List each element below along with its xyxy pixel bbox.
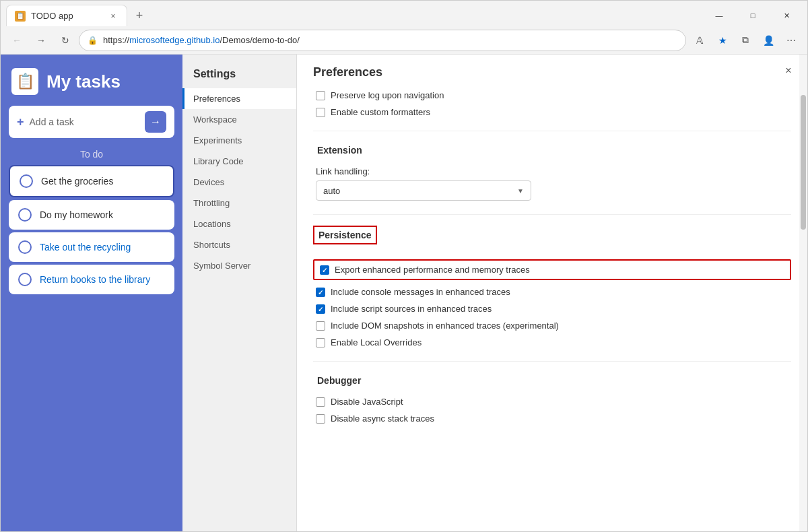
export-traces-label: Export enhanced performance and memory t… xyxy=(335,265,530,275)
read-aloud-button[interactable]: 𝔸 xyxy=(689,30,710,51)
dom-snapshots-checkbox[interactable] xyxy=(316,321,325,331)
list-item[interactable]: Return books to the library xyxy=(9,265,174,294)
add-task-plus-icon: + xyxy=(17,115,24,129)
address-pre: https:// xyxy=(103,35,129,45)
scrollbar-track[interactable] xyxy=(799,55,807,531)
list-item[interactable]: Do my homework xyxy=(9,200,174,230)
local-overrides-label: Enable Local Overrides xyxy=(331,337,422,347)
local-overrides-checkbox[interactable] xyxy=(316,338,325,347)
task-checkbox-icon[interactable] xyxy=(18,273,32,286)
maximize-button[interactable]: □ xyxy=(737,5,768,26)
script-sources-row: Include script sources in enhanced trace… xyxy=(313,304,791,314)
address-domain: microsoftedge.github.io xyxy=(129,35,220,45)
link-handling-value: auto xyxy=(323,186,340,196)
browser-tab[interactable]: TODO app × xyxy=(6,5,127,26)
title-bar: TODO app × + — □ ✕ xyxy=(1,1,807,26)
list-item[interactable]: Get the groceries xyxy=(9,165,174,197)
disable-js-checkbox[interactable] xyxy=(316,397,325,407)
browser-content: 📋 My tasks + Add a task → To do Get the … xyxy=(1,55,807,531)
disable-async-row: Disable async stack traces xyxy=(313,413,791,424)
debugger-section: Debugger Disable JavaScript Disable asyn… xyxy=(313,372,791,424)
sidebar-item-experiments[interactable]: Experiments xyxy=(182,130,296,151)
disable-async-label: Disable async stack traces xyxy=(331,413,434,424)
sidebar-item-locations[interactable]: Locations xyxy=(182,213,296,234)
todo-sidebar: 📋 My tasks + Add a task → To do Get the … xyxy=(1,55,182,531)
script-sources-checkbox[interactable] xyxy=(316,304,325,314)
todo-header: 📋 My tasks xyxy=(1,55,182,106)
address-path: /Demos/demo-to-do/ xyxy=(220,35,300,45)
profile-button[interactable]: 👤 xyxy=(758,30,779,51)
custom-formatters-checkbox[interactable] xyxy=(316,108,325,117)
extension-section: Extension Link handling: auto ▼ xyxy=(313,142,791,201)
tab-favicon xyxy=(15,11,26,22)
add-task-bar[interactable]: + Add a task → xyxy=(9,106,174,138)
add-task-submit-button[interactable]: → xyxy=(145,111,166,133)
sidebar-item-symbol-server[interactable]: Symbol Server xyxy=(182,255,296,276)
export-traces-checkbox[interactable] xyxy=(320,265,329,275)
task-checkbox-icon[interactable] xyxy=(18,240,32,254)
link-handling-row: Link handling: auto ▼ xyxy=(313,166,791,201)
task-list: Get the groceries Do my homework Take ou… xyxy=(1,165,182,294)
address-bar[interactable]: 🔒 https://microsoftedge.github.io/Demos/… xyxy=(79,30,686,51)
reload-button[interactable]: ↻ xyxy=(55,30,76,51)
sidebar-item-devices[interactable]: Devices xyxy=(182,172,296,193)
script-sources-label: Include script sources in enhanced trace… xyxy=(331,304,492,314)
task-checkbox-icon[interactable] xyxy=(18,208,32,222)
tab-close-button[interactable]: × xyxy=(108,11,119,22)
divider-3 xyxy=(313,361,791,362)
task-checkbox-icon[interactable] xyxy=(20,174,33,188)
tab-title: TODO app xyxy=(31,11,102,21)
close-button[interactable]: ✕ xyxy=(771,5,802,26)
scrollbar-thumb[interactable] xyxy=(801,95,806,230)
divider-1 xyxy=(313,131,791,131)
window-controls: — □ ✕ xyxy=(704,5,802,26)
sidebar-item-preferences[interactable]: Preferences xyxy=(182,88,296,109)
link-handling-select[interactable]: auto ▼ xyxy=(316,180,531,201)
more-button[interactable]: ⋯ xyxy=(780,30,802,51)
task-label: Take out the recycling xyxy=(40,242,131,253)
console-messages-label: Include console messages in enhanced tra… xyxy=(331,287,510,297)
todo-logo-icon: 📋 xyxy=(11,68,38,95)
custom-formatters-label: Enable custom formatters xyxy=(331,107,430,117)
minimize-button[interactable]: — xyxy=(704,5,735,26)
devtools-panel: Settings Preferences Workspace Experimen… xyxy=(182,55,807,531)
disable-js-row: Disable JavaScript xyxy=(313,397,791,407)
console-messages-row: Include console messages in enhanced tra… xyxy=(313,287,791,297)
add-task-placeholder: Add a task xyxy=(30,117,139,127)
preserve-log-checkbox[interactable] xyxy=(316,91,325,100)
collections-button[interactable]: ⧉ xyxy=(735,30,756,51)
list-item[interactable]: Take out the recycling xyxy=(9,232,174,262)
sidebar-item-shortcuts[interactable]: Shortcuts xyxy=(182,234,296,255)
link-handling-label: Link handling: xyxy=(316,166,788,176)
sidebar-item-workspace[interactable]: Workspace xyxy=(182,109,296,130)
disable-async-checkbox[interactable] xyxy=(316,414,325,424)
todo-app-title: My tasks xyxy=(46,71,121,92)
address-text: https://microsoftedge.github.io/Demos/de… xyxy=(103,35,677,45)
persistence-heading: Persistence xyxy=(313,226,377,244)
disable-js-label: Disable JavaScript xyxy=(331,397,403,407)
nav-bar: ← → ↻ 🔒 https://microsoftedge.github.io/… xyxy=(1,26,807,55)
console-messages-checkbox[interactable] xyxy=(316,288,325,297)
favorites-button[interactable]: ★ xyxy=(712,30,733,51)
new-tab-button[interactable]: + xyxy=(130,6,149,25)
local-overrides-row: Enable Local Overrides xyxy=(313,337,791,347)
forward-button[interactable]: → xyxy=(30,30,52,51)
extension-heading: Extension xyxy=(313,142,791,158)
nav-actions: 𝔸 ★ ⧉ 👤 ⋯ xyxy=(689,30,802,51)
console-section: Preserve log upon navigation Enable cust… xyxy=(313,90,791,117)
back-button[interactable]: ← xyxy=(6,30,28,51)
dom-snapshots-row: Include DOM snapshots in enhanced traces… xyxy=(313,321,791,331)
preserve-log-label: Preserve log upon navigation xyxy=(331,90,444,100)
persistence-section: Persistence Export enhanced performance … xyxy=(313,226,791,347)
custom-formatters-row: Enable custom formatters xyxy=(313,107,791,117)
settings-close-button[interactable]: × xyxy=(780,63,797,79)
lock-icon: 🔒 xyxy=(88,36,98,45)
export-traces-row: Export enhanced performance and memory t… xyxy=(313,259,791,280)
todo-section-label: To do xyxy=(1,149,182,160)
settings-content: × Preferences Preserve log upon navigati… xyxy=(297,55,807,531)
browser-window: TODO app × + — □ ✕ ← → ↻ 🔒 https://micro… xyxy=(0,0,808,532)
task-label: Get the groceries xyxy=(41,176,113,187)
sidebar-item-throttling[interactable]: Throttling xyxy=(182,193,296,213)
sidebar-item-library-code[interactable]: Library Code xyxy=(182,151,296,172)
chevron-down-icon: ▼ xyxy=(517,187,524,195)
